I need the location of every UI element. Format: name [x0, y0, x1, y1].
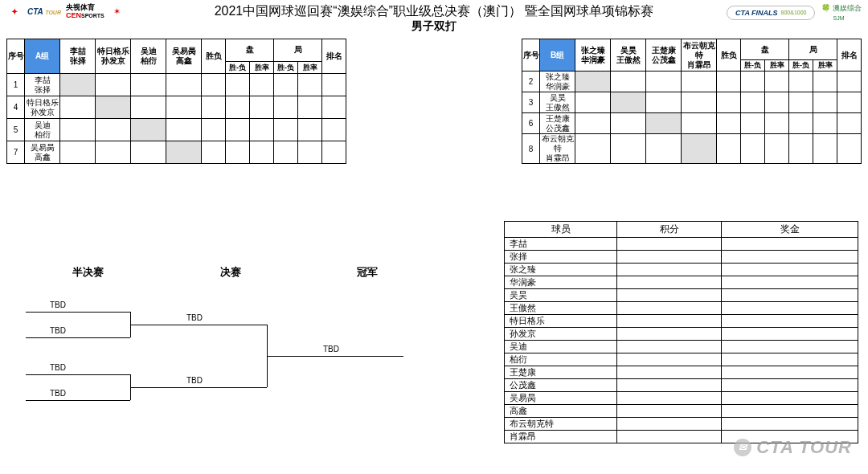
cell-wl — [202, 74, 226, 96]
logo-sjm: 🍀 澳娱综合SJM — [821, 3, 862, 22]
cell-points — [617, 251, 722, 264]
cell-score — [166, 119, 202, 141]
cell-points — [617, 276, 722, 289]
cell-rank — [322, 74, 346, 96]
cell-score — [131, 96, 166, 119]
cell-score — [646, 134, 682, 164]
cell-points — [617, 315, 722, 328]
cell-score — [131, 74, 166, 96]
th-sub: 胜率 — [250, 61, 274, 73]
cell-player: 吴易昺 — [505, 392, 617, 405]
cell-prize — [722, 251, 858, 264]
bracket-champion-slot: TBD — [299, 356, 403, 357]
cell-score — [96, 96, 131, 119]
th-sub: 胜-负 — [226, 61, 250, 73]
th-sub: 胜-负 — [789, 60, 813, 72]
th-sub: 胜率 — [298, 61, 322, 73]
cell-score — [611, 72, 646, 92]
cell-player: 肖霖昂 — [505, 431, 617, 443]
cell-player: 柏衍 — [505, 353, 617, 366]
group-b-table: 序号 B组张之臻华润豪吴昊王傲然王楚康公茂鑫布云朝克特肖霖昂胜负 盘 局 排名 … — [522, 39, 862, 164]
cell — [765, 92, 789, 113]
cell-wl — [202, 119, 226, 141]
logo-finals: CTA FINALS 800&1000 — [727, 6, 815, 20]
cell-seq: 8 — [522, 134, 540, 164]
table-row: 3 吴昊王傲然 — [522, 92, 862, 113]
cell — [813, 134, 837, 164]
standings-row: 特日格乐 — [505, 315, 858, 328]
th-ju: 局 — [274, 39, 322, 62]
cell-score — [166, 74, 202, 96]
cell-score — [96, 74, 131, 96]
standings-row: 吴易昺 — [505, 392, 858, 405]
cell — [226, 96, 250, 119]
cell-rank — [837, 92, 862, 113]
cell — [741, 113, 765, 134]
cell — [813, 92, 837, 113]
cell-score — [166, 96, 202, 119]
cell-score — [575, 134, 611, 164]
th-pair: 吴昊王傲然 — [611, 39, 646, 72]
cell-seq: 5 — [7, 119, 25, 141]
cell-wl — [717, 113, 741, 134]
standings: 球员 积分 奖金 李喆 张择 张之臻 华润豪 吴昊 王傲然 特日格乐 孙发京 吴… — [504, 221, 858, 443]
bracket-sf-slot: TBD — [26, 312, 130, 313]
cell-points — [617, 302, 722, 315]
th-pair: 吴易昺高鑫 — [166, 39, 202, 74]
cell-score — [96, 119, 131, 141]
cell-player: 王楚康 — [505, 366, 617, 379]
cell-prize — [722, 405, 858, 418]
th-rank: 排名 — [837, 39, 862, 72]
table-row: 8 布云朝克特肖霖昂 — [522, 134, 862, 164]
cell-score — [131, 141, 166, 164]
cell-score — [60, 74, 96, 96]
table-row: 2 张之臻华润豪 — [522, 72, 862, 92]
wechat-icon: ✉ — [734, 439, 751, 456]
cell-points — [617, 379, 722, 392]
cell-points — [617, 238, 722, 251]
standings-row: 张之臻 — [505, 264, 858, 276]
cell-points — [617, 431, 722, 443]
bracket-final-slot: TBD — [162, 387, 267, 388]
standings-header-points: 积分 — [617, 222, 722, 238]
th-winloss: 胜负 — [202, 39, 226, 74]
cell-prize — [722, 302, 858, 315]
cell-score — [611, 92, 646, 113]
group-a-table: 序号 A组李喆张择特日格乐孙发京吴迪柏衍吴易昺高鑫胜负 盘 局 排名 胜-负 胜… — [6, 39, 346, 164]
bracket-sf-slot: TBD — [26, 400, 130, 401]
cell — [250, 119, 274, 141]
cell-score — [131, 119, 166, 141]
standings-row: 王楚康 — [505, 366, 858, 379]
cell-seq: 1 — [7, 74, 25, 96]
cell-rank — [322, 119, 346, 141]
cell — [789, 72, 813, 92]
th-pair: 王楚康公茂鑫 — [646, 39, 682, 72]
cell-points — [617, 341, 722, 353]
cell-player: 张择 — [505, 251, 617, 264]
cell-pair-name: 吴易昺高鑫 — [25, 141, 60, 164]
cell-wl — [202, 141, 226, 164]
table-row: 4 特日格乐孙发京 — [7, 96, 346, 119]
cell-points — [617, 392, 722, 405]
cell-pair-name: 张之臻华润豪 — [540, 72, 575, 92]
standings-table: 球员 积分 奖金 李喆 张择 张之臻 华润豪 吴昊 王傲然 特日格乐 孙发京 吴… — [504, 221, 858, 443]
cell-score — [646, 92, 682, 113]
cell-prize — [722, 392, 858, 405]
cell-player: 吴昊 — [505, 289, 617, 302]
cell-points — [617, 366, 722, 379]
cell — [274, 119, 298, 141]
cell — [789, 92, 813, 113]
cell — [765, 72, 789, 92]
cell-pair-name: 吴迪柏衍 — [25, 119, 60, 141]
cell-player: 布云朝克特 — [505, 418, 617, 431]
cell — [813, 113, 837, 134]
standings-row: 公茂鑫 — [505, 379, 858, 392]
cell-prize — [722, 328, 858, 341]
cell-player: 高鑫 — [505, 405, 617, 418]
standings-row: 吴迪 — [505, 341, 858, 353]
cell-score — [682, 92, 717, 113]
cell-pair-name: 王楚康公茂鑫 — [540, 113, 575, 134]
cell — [813, 72, 837, 92]
cell-pair-name: 布云朝克特肖霖昂 — [540, 134, 575, 164]
cell-wl — [202, 96, 226, 119]
